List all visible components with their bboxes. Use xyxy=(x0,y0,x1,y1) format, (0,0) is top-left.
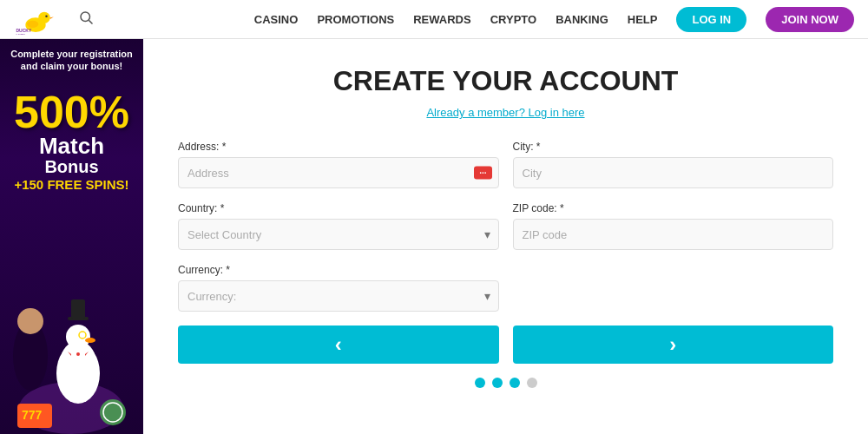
main-content: CREATE YOUR ACCOUNT Already a member? Lo… xyxy=(143,39,868,434)
svg-text:LUCK: LUCK xyxy=(16,34,26,35)
step-indicator xyxy=(178,378,833,388)
login-button[interactable]: LOG IN xyxy=(676,7,746,32)
sidebar-bonus-area: 500% Match Bonus +150 FREE SPINS! xyxy=(0,72,143,192)
svg-point-7 xyxy=(81,12,90,22)
form-row-country-zip: Country: * Select Country ZIP code: * xyxy=(178,202,833,250)
nav-rewards[interactable]: REWARDS xyxy=(413,13,470,26)
logo-icon: DUCKY LUCK xyxy=(14,3,57,35)
city-label: City: * xyxy=(513,141,834,153)
address-group: Address: * ··· xyxy=(178,141,499,188)
svg-marker-3 xyxy=(50,17,54,20)
currency-spacer xyxy=(513,264,834,312)
sidebar-banner-text: Complete your registration and claim you… xyxy=(0,48,143,73)
nav-casino[interactable]: CASINO xyxy=(254,13,299,26)
zip-group: ZIP code: * xyxy=(513,202,834,250)
search-button[interactable] xyxy=(78,10,94,29)
address-input[interactable] xyxy=(178,157,499,188)
step-dot-4 xyxy=(527,378,537,388)
svg-point-4 xyxy=(27,21,38,28)
svg-text:DUCKY: DUCKY xyxy=(16,28,32,33)
form-row-address-city: Address: * ··· City: * xyxy=(178,141,833,188)
next-icon: › xyxy=(669,332,676,357)
country-label: Country: * xyxy=(178,202,499,214)
country-select[interactable]: Select Country xyxy=(178,219,499,250)
address-input-wrap: ··· xyxy=(178,157,499,188)
back-icon: ‹ xyxy=(335,332,342,357)
bonus-match-label: Match xyxy=(4,135,139,157)
bonus-percentage: 500% xyxy=(14,87,129,137)
svg-point-2 xyxy=(45,15,48,17)
step-dot-3 xyxy=(510,378,520,388)
city-group: City: * xyxy=(513,141,834,188)
currency-group: Currency: * Currency: xyxy=(178,264,499,312)
svg-point-11 xyxy=(17,308,43,334)
already-member-link-wrap: Already a member? Log in here xyxy=(178,104,833,120)
main-nav: CASINO PROMOTIONS REWARDS CRYPTO BANKING… xyxy=(254,7,854,32)
country-group: Country: * Select Country xyxy=(178,202,499,250)
free-spins-label: +150 FREE SPINS! xyxy=(4,177,139,192)
nav-help[interactable]: HELP xyxy=(628,13,658,26)
step-dot-1 xyxy=(475,378,485,388)
address-error-badge: ··· xyxy=(474,167,491,180)
currency-select-wrap: Currency: xyxy=(178,280,499,312)
zip-input[interactable] xyxy=(513,219,834,250)
form-row-currency: Currency: * Currency: xyxy=(178,264,833,312)
nav-promotions[interactable]: PROMOTIONS xyxy=(317,13,394,26)
sidebar-promo: Complete your registration and claim you… xyxy=(0,39,143,434)
svg-rect-16 xyxy=(71,299,85,319)
already-member-link[interactable]: Already a member? Log in here xyxy=(426,106,584,119)
zip-label: ZIP code: * xyxy=(513,202,834,214)
join-button[interactable]: JOIN NOW xyxy=(766,7,854,32)
casino-character: 777 xyxy=(0,234,143,434)
step-dot-2 xyxy=(492,378,503,388)
country-select-wrap: Select Country xyxy=(178,219,499,250)
svg-point-17 xyxy=(85,338,95,343)
svg-point-20 xyxy=(76,352,80,356)
back-button[interactable]: ‹ xyxy=(178,326,499,364)
main-layout: Complete your registration and claim you… xyxy=(0,39,868,434)
site-header: DUCKY LUCK CASINO PROMOTIONS REWARDS CRY… xyxy=(0,0,868,39)
bonus-label: Bonus xyxy=(4,157,139,177)
nav-crypto[interactable]: CRYPTO xyxy=(490,13,536,26)
next-button[interactable]: › xyxy=(513,326,834,364)
city-input[interactable] xyxy=(513,157,834,188)
svg-point-1 xyxy=(38,12,49,23)
currency-select[interactable]: Currency: xyxy=(178,280,499,312)
form-navigation: ‹ › xyxy=(178,326,833,364)
svg-point-14 xyxy=(66,325,90,349)
address-label: Address: * xyxy=(178,141,499,153)
logo-area: DUCKY LUCK xyxy=(14,3,57,35)
svg-line-8 xyxy=(89,20,92,23)
svg-text:777: 777 xyxy=(22,408,43,422)
currency-label: Currency: * xyxy=(178,264,499,276)
nav-banking[interactable]: BANKING xyxy=(556,13,608,26)
page-title: CREATE YOUR ACCOUNT xyxy=(178,65,833,97)
